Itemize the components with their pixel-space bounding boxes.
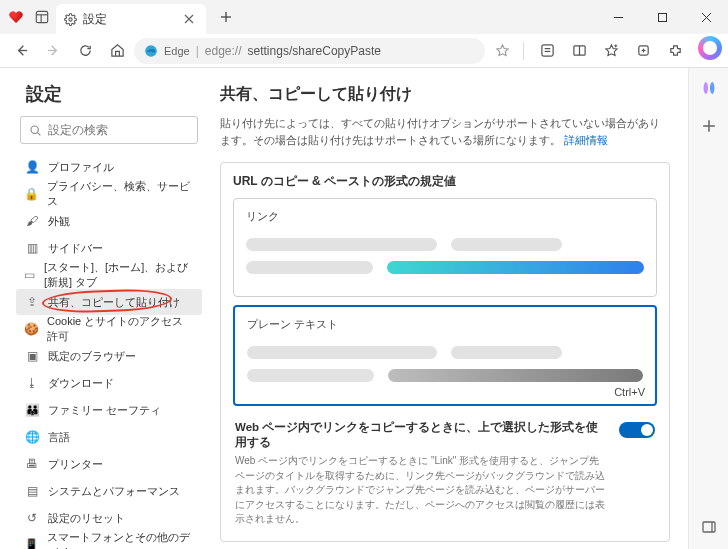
settings-main: 共有、コピーして貼り付け 貼り付け先によっては、すべての貼り付けオプションがサポ… <box>210 68 688 549</box>
footer-row: Web ページ内でリンクをコピーするときに、上で選択した形式を使用する Web … <box>233 414 657 527</box>
download-icon: ⭳ <box>24 376 40 390</box>
svg-rect-0 <box>36 11 47 22</box>
svg-point-32 <box>31 126 38 133</box>
sidebar-item-family[interactable]: 👪ファミリー セーフティ <box>16 397 202 423</box>
reset-icon: ↺ <box>24 511 40 525</box>
share-icon: ⇪ <box>24 295 40 309</box>
rail-settings-icon[interactable] <box>695 513 723 541</box>
settings-page: 設定 👤プロファイル 🔒プライバシー、検索、サービス 🖌外観 ▥サイドバー ▭[… <box>0 68 688 549</box>
collections-icon[interactable] <box>628 37 658 65</box>
option-link[interactable]: リンク <box>233 198 657 297</box>
appearance-icon: 🖌 <box>24 214 40 228</box>
toggle-use-format[interactable] <box>619 422 655 438</box>
footer-title: Web ページ内でリンクをコピーするときに、上で選択した形式を使用する <box>235 420 609 450</box>
sidebar-item-appearance[interactable]: 🖌外観 <box>16 208 202 234</box>
reading-list-icon[interactable] <box>532 37 562 65</box>
tab-settings[interactable]: 設定 <box>56 4 206 34</box>
printer-icon: 🖶 <box>24 457 40 471</box>
panel-icon: ▥ <box>24 241 40 255</box>
settings-sidebar: 設定 👤プロファイル 🔒プライバシー、検索、サービス 🖌外観 ▥サイドバー ▭[… <box>0 68 210 549</box>
sidebar-item-language[interactable]: 🌐言語 <box>16 424 202 450</box>
url-scheme: edge:// <box>205 44 242 58</box>
search-input[interactable] <box>48 123 198 137</box>
sidebar-item-downloads[interactable]: ⭳ダウンロード <box>16 370 202 396</box>
titlebar: 設定 <box>0 0 728 34</box>
rail-copilot-icon[interactable] <box>695 74 723 102</box>
lock-icon: 🔒 <box>24 187 39 201</box>
system-icon: ▤ <box>24 484 40 498</box>
sidebar-item-reset[interactable]: ↺設定のリセット <box>16 505 202 531</box>
maximize-button[interactable] <box>640 0 684 34</box>
sidebar-item-cookies[interactable]: 🍪Cookie とサイトのアクセス許可 <box>16 316 202 342</box>
learn-more-link[interactable]: 詳細情報 <box>564 134 608 146</box>
sidebar-item-system[interactable]: ▤システムとパフォーマンス <box>16 478 202 504</box>
svg-rect-9 <box>658 13 666 21</box>
home-button[interactable] <box>102 37 132 65</box>
new-tab-button[interactable] <box>212 3 240 31</box>
close-window-button[interactable] <box>684 0 728 34</box>
app-icon <box>4 5 28 29</box>
phone-icon: 📱 <box>24 538 39 549</box>
sidebar-item-share-copy-paste[interactable]: ⇪共有、コピーして貼り付け <box>16 289 202 315</box>
sidebar-item-phone[interactable]: 📱スマートフォンとその他のデバイス <box>16 532 202 549</box>
sidebar-item-printers[interactable]: 🖶プリンター <box>16 451 202 477</box>
page-description: 貼り付け先によっては、すべての貼り付けオプションがサポートされていない場合があり… <box>220 115 670 148</box>
sidebar-item-profile[interactable]: 👤プロファイル <box>16 154 202 180</box>
family-icon: 👪 <box>24 403 40 417</box>
forward-button[interactable] <box>38 37 68 65</box>
cookie-icon: 🍪 <box>24 322 39 336</box>
workspaces-icon[interactable] <box>30 5 54 29</box>
back-button[interactable] <box>6 37 36 65</box>
svg-line-33 <box>38 132 41 135</box>
card-title: URL のコピー & ペーストの形式の規定値 <box>233 173 657 190</box>
url-path: settings/shareCopyPaste <box>248 44 381 58</box>
footer-description: Web ページ内でリンクをコピーするときに "Link" 形式を使用すると、ジャ… <box>235 454 609 527</box>
svg-point-3 <box>69 17 72 20</box>
page-title: 共有、コピーして貼り付け <box>220 84 670 105</box>
sidebar-item-default-browser[interactable]: ▣既定のブラウザー <box>16 343 202 369</box>
close-icon[interactable] <box>180 10 198 28</box>
split-screen-icon[interactable] <box>564 37 594 65</box>
extensions-icon[interactable] <box>660 37 690 65</box>
option-plain-label: プレーン テキスト <box>247 317 643 332</box>
tab-title: 設定 <box>83 11 107 28</box>
favorite-button[interactable] <box>487 37 517 65</box>
minimize-button[interactable] <box>596 0 640 34</box>
gear-icon <box>64 13 77 26</box>
profile-icon: 👤 <box>24 160 40 174</box>
svg-rect-15 <box>541 45 552 56</box>
settings-search[interactable] <box>20 116 198 144</box>
option-plain-text[interactable]: プレーン テキスト Ctrl+V <box>233 305 657 406</box>
search-icon <box>29 124 42 137</box>
address-bar[interactable]: Edge | edge://settings/shareCopyPaste <box>134 38 485 64</box>
format-card: URL のコピー & ペーストの形式の規定値 リンク プレーン テキスト Ctr… <box>220 162 670 542</box>
shortcut-label: Ctrl+V <box>614 386 645 398</box>
language-icon: 🌐 <box>24 430 40 444</box>
sidebar-item-start[interactable]: ▭[スタート]、[ホーム]、および [新規] タブ <box>16 262 202 288</box>
sidebar-rail <box>688 68 728 549</box>
sidebar-item-sidebar[interactable]: ▥サイドバー <box>16 235 202 261</box>
tab-icon: ▭ <box>24 268 36 282</box>
sidebar-title: 設定 <box>16 82 202 106</box>
rail-add-icon[interactable] <box>695 112 723 140</box>
option-link-label: リンク <box>246 209 644 224</box>
refresh-button[interactable] <box>70 37 100 65</box>
browser-icon: ▣ <box>24 349 40 363</box>
address-label: Edge <box>164 45 190 57</box>
sidebar-item-privacy[interactable]: 🔒プライバシー、検索、サービス <box>16 181 202 207</box>
favorites-icon[interactable] <box>596 37 626 65</box>
edge-logo-icon <box>144 44 158 58</box>
toolbar: Edge | edge://settings/shareCopyPaste <box>0 34 728 68</box>
svg-rect-30 <box>703 522 715 532</box>
copilot-icon[interactable] <box>698 36 722 60</box>
